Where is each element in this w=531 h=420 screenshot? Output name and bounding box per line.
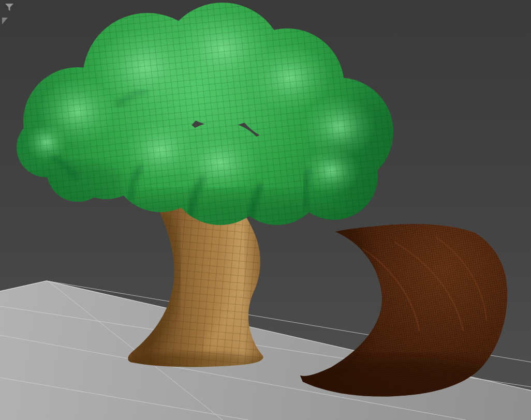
viewport[interactable] [0,0,531,420]
viewport-canvas[interactable] [0,0,531,420]
